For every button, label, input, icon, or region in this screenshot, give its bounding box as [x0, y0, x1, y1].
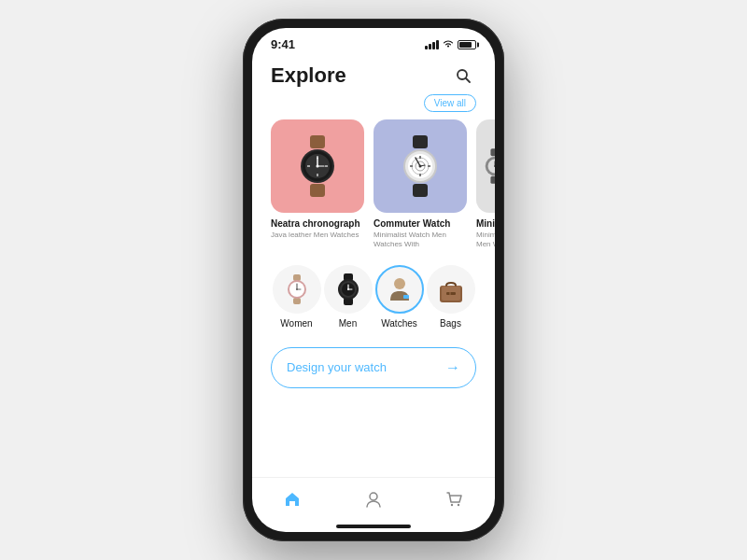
watches-icon	[383, 273, 416, 306]
svg-point-41	[296, 288, 298, 290]
svg-point-27	[419, 165, 422, 168]
product-card-3[interactable]: Minim Minimal Men Wa	[476, 119, 495, 250]
category-men[interactable]: Men	[324, 265, 373, 329]
design-btn-label: Design your watch	[287, 360, 387, 374]
product-card-1[interactable]: Neatra chronograph Java leather Men Watc…	[271, 119, 364, 250]
signal-icon	[425, 40, 439, 49]
product-name-3: Minim	[476, 218, 495, 229]
home-icon	[282, 489, 303, 510]
category-circle-bags	[427, 265, 475, 314]
category-women[interactable]: Women	[273, 265, 321, 329]
nav-home[interactable]	[267, 485, 317, 513]
svg-rect-51	[403, 295, 409, 299]
page-title: Explore	[271, 63, 346, 88]
phone-frame: 9:41	[243, 19, 504, 541]
svg-rect-15	[413, 184, 428, 197]
product-name-2: Commuter Watch	[374, 218, 467, 229]
view-all-row: View all	[252, 94, 495, 119]
svg-point-58	[457, 504, 458, 506]
svg-rect-28	[490, 148, 495, 156]
product-image-3	[476, 119, 495, 213]
category-bags[interactable]: Bags	[427, 265, 475, 329]
nav-cart[interactable]	[430, 485, 480, 513]
svg-point-56	[370, 493, 377, 500]
profile-icon	[363, 489, 384, 510]
categories-row: Women Men	[252, 261, 495, 340]
home-indicator	[336, 525, 411, 528]
product-card-2[interactable]: Commuter Watch Minimalist Watch Men Watc…	[374, 119, 467, 250]
product-image-1	[271, 119, 364, 213]
svg-point-50	[394, 278, 405, 289]
category-label-women: Women	[280, 318, 312, 329]
search-button[interactable]	[450, 63, 476, 89]
watch-image-neatra	[285, 133, 350, 199]
products-row: Neatra chronograph Java leather Men Watc…	[252, 119, 495, 261]
bags-icon	[434, 273, 468, 306]
svg-rect-14	[413, 135, 428, 148]
bottom-nav	[252, 477, 495, 525]
watch-image-minim	[476, 133, 495, 199]
svg-point-49	[347, 288, 349, 290]
svg-rect-35	[293, 274, 301, 281]
phone-screen: 9:41	[252, 28, 495, 532]
category-label-watches: Watches	[381, 318, 417, 329]
design-btn-row: Design your watch →	[252, 340, 495, 399]
nav-profile[interactable]	[348, 485, 399, 513]
svg-point-13	[317, 165, 319, 168]
status-bar: 9:41	[252, 28, 495, 55]
category-circle-men	[324, 265, 373, 314]
svg-point-57	[450, 504, 452, 506]
wifi-icon	[443, 39, 454, 50]
design-watch-button[interactable]: Design your watch →	[271, 347, 476, 388]
product-desc-2: Minimalist Watch Men Watches With	[374, 231, 467, 250]
product-desc-3: Minimal Men Wa	[476, 231, 495, 250]
product-desc-1: Java leather Men Watches	[271, 231, 364, 240]
view-all-button[interactable]: View all	[424, 94, 476, 112]
men-watch-icon	[331, 273, 365, 306]
category-watches[interactable]: Watches	[375, 265, 424, 329]
product-image-2	[374, 119, 467, 213]
svg-rect-54	[446, 292, 456, 295]
women-watch-icon	[280, 273, 314, 306]
category-label-bags: Bags	[440, 318, 461, 329]
header: Explore	[252, 55, 495, 94]
watch-image-commuter	[388, 133, 453, 199]
battery-icon	[458, 40, 476, 49]
search-icon	[455, 67, 472, 84]
category-circle-watches	[375, 265, 424, 314]
status-time: 9:41	[271, 37, 295, 51]
design-btn-arrow: →	[445, 359, 460, 376]
svg-rect-3	[310, 184, 325, 197]
svg-rect-36	[293, 298, 301, 304]
category-label-men: Men	[339, 318, 357, 329]
svg-rect-2	[310, 135, 325, 148]
product-name-1: Neatra chronograph	[271, 218, 364, 229]
cart-icon	[444, 489, 465, 510]
svg-line-1	[466, 78, 470, 82]
category-circle-women	[273, 265, 321, 314]
svg-rect-29	[490, 176, 495, 184]
status-icons	[425, 39, 476, 50]
